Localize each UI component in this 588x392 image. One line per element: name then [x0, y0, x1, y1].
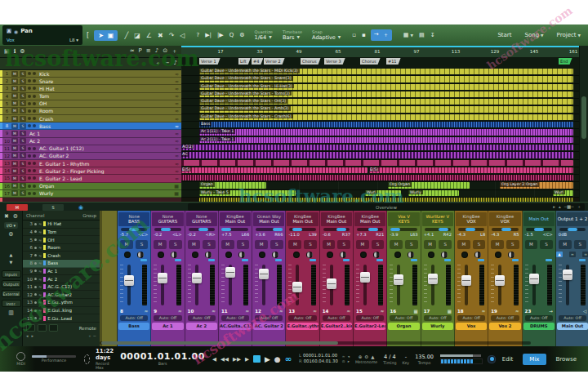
eraser-tool-icon[interactable]: ◪	[134, 32, 140, 39]
clip[interactable]: Wurl	[553, 190, 573, 196]
record-arm-icon[interactable]	[360, 252, 367, 258]
zoom-in-icon[interactable]: ＋	[155, 60, 161, 68]
channel-solo-button[interactable]: S	[270, 240, 283, 249]
channel-list-row[interactable]: 3≈Hi Hat	[23, 220, 100, 229]
clip[interactable]: Wurl	[365, 190, 401, 196]
track-mute-button[interactable]: M	[11, 190, 18, 196]
track-mute-button[interactable]: M	[11, 153, 18, 158]
pan-slider[interactable]	[121, 228, 147, 231]
console-outputs-button[interactable]: Outputs	[2, 280, 21, 287]
preroll-icon[interactable]: ≈	[342, 354, 345, 359]
mute-all-icon[interactable]: ∞	[582, 252, 588, 257]
channel-mute-button[interactable]: M	[424, 240, 437, 249]
channel-mute-button[interactable]: M	[120, 240, 133, 249]
fader-handle[interactable]	[124, 275, 134, 286]
gain-value[interactable]: -3.9	[390, 232, 398, 238]
monitor-icon[interactable]	[33, 95, 36, 98]
channel-list-row[interactable]: 10≈Ac 2	[23, 275, 100, 283]
insert-slot[interactable]: KingBeeMain Out	[287, 212, 318, 226]
clip[interactable]: Wurly - Take 5	[199, 190, 296, 196]
channel-solo-button[interactable]: S	[136, 240, 149, 249]
bend-tool-icon[interactable]: ↷	[169, 32, 175, 39]
link-icon[interactable]	[478, 259, 484, 261]
marker-flag[interactable]: Chorus	[301, 58, 321, 65]
clip[interactable]: E(5)	[369, 167, 573, 173]
automation-mode-button[interactable]: Auto: Off	[390, 315, 417, 321]
pan-value[interactable]: R5	[514, 232, 519, 238]
record-arm-icon[interactable]	[28, 192, 31, 195]
channel-name-tab[interactable]: E.Guitar..ythm	[287, 323, 318, 330]
channel-mute-button[interactable]: M	[288, 240, 301, 249]
monitor-icon[interactable]	[33, 162, 36, 165]
marker-flag[interactable]: Verse 1	[199, 58, 220, 65]
pan-slider[interactable]	[189, 228, 215, 231]
fader-handle[interactable]	[461, 275, 471, 286]
monitor-icon[interactable]	[340, 252, 346, 258]
mixer-channel-strip[interactable]: Main Out-1.5<C>MS23→Auto: OffDRUMS	[523, 211, 556, 346]
track-mute-button[interactable]: M	[11, 138, 18, 144]
channel-column-header[interactable]: Channel	[26, 213, 45, 218]
channel-list-row[interactable]: 6≈Room	[23, 244, 100, 252]
track-solo-button[interactable]: S	[20, 123, 26, 129]
quantize-dropdown[interactable]: Quantize 1/64▼	[255, 29, 273, 41]
monitor-icon[interactable]	[33, 124, 36, 127]
record-arm-icon[interactable]	[259, 252, 265, 258]
channel-mute-button[interactable]: M	[390, 240, 403, 249]
paint-tool-icon[interactable]: ╱	[124, 32, 128, 39]
arrow-tool-icon[interactable]: ➤	[98, 32, 104, 39]
channel-name-tab[interactable]: E.Guitar2..king	[321, 323, 352, 330]
automation-mode-button[interactable]: Auto: Off	[120, 315, 148, 321]
record-arm-icon[interactable]	[394, 252, 401, 258]
bank-tab-audio[interactable]	[26, 324, 35, 332]
save-icon[interactable]: ▤	[419, 32, 425, 38]
group-column-header[interactable]: Group	[82, 213, 96, 218]
marker-flag[interactable]: End	[559, 58, 572, 65]
master-solo-button[interactable]: S	[42, 204, 64, 211]
mixer-channel-strip[interactable]: Vox VKEYS-3.9L63MS16▦Auto: OffOrgan	[387, 211, 421, 346]
link-icon[interactable]	[546, 259, 552, 261]
pan-value[interactable]: <L>	[172, 232, 182, 238]
channel-mute-button[interactable]: M	[525, 240, 538, 249]
param-value-dropdown[interactable]: L8 ▾	[69, 38, 78, 42]
record-arm-icon[interactable]	[28, 95, 31, 98]
track-solo-button[interactable]: S	[20, 153, 26, 158]
monitor-icon[interactable]	[33, 147, 36, 150]
rewind-button[interactable]: ◀◀	[220, 356, 229, 363]
pan-slider[interactable]	[289, 228, 315, 231]
insert-slot[interactable]: KingBeeVOX	[456, 212, 487, 226]
clip[interactable]: Ac 2(11) - Take 1	[199, 137, 573, 143]
channel-name-tab[interactable]: Main Out	[557, 323, 588, 330]
pan-value[interactable]: <C>	[138, 232, 148, 238]
gain-value[interactable]: +7.5	[221, 232, 232, 238]
scroll-left-icon[interactable]: ◂	[26, 333, 29, 338]
automation-mode-button[interactable]: Auto: Off	[221, 315, 249, 321]
monitor-icon[interactable]	[306, 252, 313, 258]
track-mute-button[interactable]: M	[11, 86, 18, 91]
clip[interactable]: Guitar Dave - Underneath the Stars - Sna…	[199, 76, 573, 82]
monitor-icon[interactable]	[474, 252, 481, 258]
track-mute-button[interactable]: M	[11, 93, 18, 99]
record-arm-icon[interactable]	[192, 252, 198, 258]
fader-handle[interactable]	[495, 275, 505, 286]
insert-slot[interactable]: KingBeeMain Out	[354, 212, 385, 226]
mixer-channel-strip[interactable]: KingBeeMain Out-11.0L39MS13≈Auto: OffE.G…	[286, 211, 319, 346]
quantize-icon[interactable]: Q	[229, 32, 234, 38]
autoscroll-icon[interactable]: ▶|	[205, 32, 212, 38]
automation-mode-button[interactable]: Auto: Off	[356, 315, 384, 321]
mixer-channel-strip[interactable]: NoneGUITARS-0.2<L>MS9≈Auto: OffAc 1	[151, 211, 185, 346]
track-solo-button[interactable]: S	[20, 93, 26, 99]
pan-slider[interactable]	[559, 228, 586, 231]
pan-slider[interactable]	[390, 228, 416, 231]
track-mute-button[interactable]: M	[11, 176, 18, 181]
record-arm-icon[interactable]	[28, 117, 31, 120]
track-mute-button[interactable]: M	[11, 145, 18, 151]
track-mute-button[interactable]: M	[11, 116, 18, 122]
automation-mode-button[interactable]: Auto: Off	[457, 315, 485, 321]
pan-slider[interactable]	[425, 228, 451, 231]
track-row[interactable]: 5MSOH≈	[0, 100, 181, 108]
track-list-icon[interactable]: ▤	[4, 48, 10, 55]
channel-mute-button[interactable]: M	[154, 240, 167, 249]
timebase-dropdown[interactable]: Timebase Bars▼	[283, 29, 302, 41]
snap-dropdown[interactable]: Snap Adaptive▼	[312, 29, 341, 41]
record-arm-icon[interactable]	[28, 102, 31, 105]
